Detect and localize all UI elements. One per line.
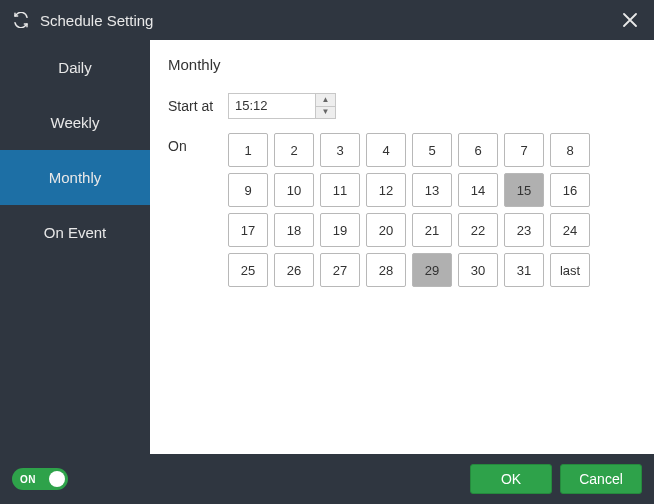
day-26[interactable]: 26 [274, 253, 314, 287]
footer: ON OK Cancel [0, 454, 654, 504]
on-label: On [168, 133, 228, 154]
day-13[interactable]: 13 [412, 173, 452, 207]
ok-button[interactable]: OK [470, 464, 552, 494]
time-spinners: ▲ ▼ [315, 94, 335, 118]
day-8[interactable]: 8 [550, 133, 590, 167]
panel-title: Monthly [168, 56, 636, 73]
day-25[interactable]: 25 [228, 253, 268, 287]
titlebar: Schedule Setting [0, 0, 654, 40]
sidebar-tab-monthly[interactable]: Monthly [0, 150, 150, 205]
day-23[interactable]: 23 [504, 213, 544, 247]
day-29[interactable]: 29 [412, 253, 452, 287]
day-11[interactable]: 11 [320, 173, 360, 207]
start-at-value[interactable]: 15:12 [229, 94, 315, 118]
day-31[interactable]: 31 [504, 253, 544, 287]
day-4[interactable]: 4 [366, 133, 406, 167]
start-at-field[interactable]: 15:12 ▲ ▼ [228, 93, 336, 119]
day-5[interactable]: 5 [412, 133, 452, 167]
day-30[interactable]: 30 [458, 253, 498, 287]
day-1[interactable]: 1 [228, 133, 268, 167]
time-spin-down-icon[interactable]: ▼ [316, 106, 335, 119]
time-spin-up-icon[interactable]: ▲ [316, 94, 335, 106]
day-7[interactable]: 7 [504, 133, 544, 167]
day-10[interactable]: 10 [274, 173, 314, 207]
day-14[interactable]: 14 [458, 173, 498, 207]
day-2[interactable]: 2 [274, 133, 314, 167]
close-icon[interactable] [618, 8, 642, 32]
sidebar-tab-daily[interactable]: Daily [0, 40, 150, 95]
sidebar-tab-weekly[interactable]: Weekly [0, 95, 150, 150]
day-last[interactable]: last [550, 253, 590, 287]
enable-toggle[interactable]: ON [12, 468, 68, 490]
day-17[interactable]: 17 [228, 213, 268, 247]
panel-monthly: Monthly Start at 15:12 ▲ ▼ On 1234567891… [150, 40, 654, 454]
day-3[interactable]: 3 [320, 133, 360, 167]
day-27[interactable]: 27 [320, 253, 360, 287]
day-9[interactable]: 9 [228, 173, 268, 207]
day-19[interactable]: 19 [320, 213, 360, 247]
day-15[interactable]: 15 [504, 173, 544, 207]
cancel-button[interactable]: Cancel [560, 464, 642, 494]
day-28[interactable]: 28 [366, 253, 406, 287]
dialog-title: Schedule Setting [40, 12, 618, 29]
day-20[interactable]: 20 [366, 213, 406, 247]
day-12[interactable]: 12 [366, 173, 406, 207]
day-18[interactable]: 18 [274, 213, 314, 247]
day-24[interactable]: 24 [550, 213, 590, 247]
day-21[interactable]: 21 [412, 213, 452, 247]
toggle-label: ON [20, 474, 36, 485]
sync-icon [12, 11, 30, 29]
toggle-knob [49, 471, 65, 487]
start-at-label: Start at [168, 93, 228, 114]
day-grid: 1234567891011121314151617181920212223242… [228, 133, 590, 287]
day-16[interactable]: 16 [550, 173, 590, 207]
day-22[interactable]: 22 [458, 213, 498, 247]
sidebar: DailyWeeklyMonthlyOn Event [0, 40, 150, 454]
sidebar-tab-on-event[interactable]: On Event [0, 205, 150, 260]
day-6[interactable]: 6 [458, 133, 498, 167]
